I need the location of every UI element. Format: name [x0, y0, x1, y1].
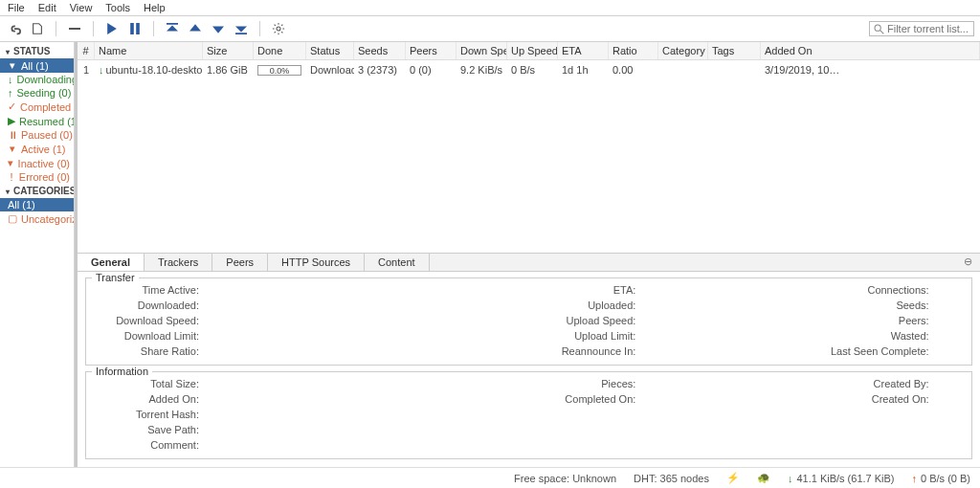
check-icon: ✓ [8, 100, 16, 113]
lbl-added-on: Added On: [94, 393, 199, 405]
resume-button[interactable] [103, 20, 121, 37]
move-bottom-button[interactable] [233, 20, 250, 37]
lbl-save-path: Save Path: [94, 424, 199, 435]
lbl-last-seen: Last Seen Complete: [680, 345, 929, 357]
search-icon [874, 24, 884, 34]
col-down[interactable]: Down Speed [457, 42, 507, 59]
cell-peers: 0 (0) [406, 62, 457, 78]
details-panel: Transfer Time Active: ETA: Connections: … [78, 272, 980, 467]
col-peers[interactable]: Peers [406, 42, 457, 59]
sidebar-item-downloading[interactable]: ↓Downloading (1) [0, 73, 74, 86]
menu-help[interactable]: Help [144, 2, 166, 13]
lbl-ul-speed: Upload Speed: [387, 315, 635, 326]
col-done[interactable]: Done [254, 42, 306, 59]
lbl-wasted: Wasted: [680, 330, 929, 342]
cell-ratio: 0.00 [609, 62, 658, 78]
move-down-button[interactable] [210, 20, 227, 37]
lbl-connections: Connections: [680, 284, 929, 296]
warn-icon: ! [8, 171, 15, 183]
lbl-dl-limit: Download Limit: [94, 330, 199, 342]
sidebar-item-inactive[interactable]: ▾Inactive (0) [0, 156, 74, 170]
lbl-share-ratio: Share Ratio: [94, 345, 199, 357]
menu-view[interactable]: View [70, 2, 93, 13]
col-seeds[interactable]: Seeds [354, 42, 406, 59]
tab-peers[interactable]: Peers [212, 254, 268, 271]
menu-tools[interactable]: Tools [105, 2, 130, 13]
folder-icon: ▢ [8, 212, 17, 225]
separator [259, 21, 260, 36]
firewall-icon[interactable]: ⚡ [726, 472, 740, 484]
col-tags[interactable]: Tags [708, 42, 761, 59]
status-free-space: Free space: Unknown [514, 473, 616, 484]
transfer-legend: Transfer [92, 272, 139, 283]
lbl-completed-on: Completed On: [387, 393, 635, 405]
upload-icon: ↑ [8, 87, 13, 99]
lbl-comment: Comment: [94, 439, 199, 451]
blank-area [78, 79, 980, 253]
filter-icon: ▾ [8, 157, 14, 169]
tab-http-sources[interactable]: HTTP Sources [268, 254, 365, 271]
col-name[interactable]: Name [95, 42, 203, 59]
lbl-uploaded: Uploaded: [387, 299, 635, 311]
table-header-row: # Name Size Done Status Seeds Peers Down… [78, 42, 980, 60]
upload-icon: ↑ [912, 473, 918, 484]
sidebar-item-paused[interactable]: ⏸Paused (0) [0, 128, 74, 142]
sidebar-item-all[interactable]: ▾All (1) [0, 58, 74, 73]
lbl-created-on: Created On: [680, 393, 929, 405]
add-link-button[interactable] [6, 20, 23, 37]
tab-general[interactable]: General [78, 254, 145, 271]
cell-up: 0 B/s [507, 62, 558, 78]
lbl-downloaded: Downloaded: [94, 299, 199, 311]
table-row[interactable]: 1 ↓ubuntu-18.10-desktop-amd64.iso 1.86 G… [78, 60, 980, 79]
sidebar-cat-uncategorized[interactable]: ▢Uncategorized (1) [0, 211, 74, 226]
sidebar-item-seeding[interactable]: ↑Seeding (0) [0, 86, 74, 100]
pause-button[interactable] [126, 20, 144, 37]
tab-trackers[interactable]: Trackers [145, 254, 212, 271]
svg-rect-1 [130, 23, 134, 34]
tab-content[interactable]: Content [365, 254, 430, 271]
speed-limit-icon[interactable]: 🐢 [757, 472, 770, 484]
lbl-created-by: Created By: [680, 378, 929, 389]
add-file-button[interactable] [29, 20, 46, 37]
settings-button[interactable] [270, 20, 287, 37]
sidebar: STATUS ▾All (1) ↓Downloading (1) ↑Seedin… [0, 42, 75, 467]
lbl-dl-speed: Download Speed: [94, 315, 199, 326]
toolbar [0, 16, 980, 42]
sidebar-categories-header[interactable]: CATEGORIES [0, 184, 74, 198]
sidebar-item-resumed[interactable]: ▶Resumed (1) [0, 114, 74, 128]
status-ul-speed[interactable]: ↑0 B/s (0 B) [912, 473, 970, 484]
separator [153, 21, 154, 36]
search-input[interactable] [887, 23, 969, 34]
col-ratio[interactable]: Ratio [609, 42, 658, 59]
menu-bar: File Edit View Tools Help [0, 0, 980, 16]
col-status[interactable]: Status [306, 42, 354, 59]
delete-button[interactable] [66, 20, 83, 37]
detail-tabs: General Trackers Peers HTTP Sources Cont… [78, 253, 980, 272]
menu-edit[interactable]: Edit [38, 2, 56, 13]
cell-added: 3/19/2019, 10… [761, 62, 980, 78]
progress-bar: 0.0% [257, 65, 301, 76]
col-category[interactable]: Category [658, 42, 708, 59]
col-num[interactable]: # [78, 42, 95, 59]
sidebar-item-errored[interactable]: !Errored (0) [0, 170, 74, 184]
col-size[interactable]: Size [203, 42, 254, 59]
status-bar: Free space: Unknown DHT: 365 nodes ⚡ 🐢 ↓… [0, 467, 980, 488]
sidebar-status-header[interactable]: STATUS [0, 44, 74, 58]
col-up[interactable]: Up Speed [507, 42, 558, 59]
cell-size: 1.86 GiB [203, 62, 254, 78]
status-dl-speed[interactable]: ↓41.1 KiB/s (61.7 KiB) [788, 473, 895, 484]
lbl-seeds: Seeds: [680, 299, 929, 311]
cell-done: 0.0% [254, 62, 306, 78]
sidebar-item-completed[interactable]: ✓Completed (0) [0, 100, 74, 114]
col-eta[interactable]: ETA [558, 42, 609, 59]
transfer-fieldset: Transfer Time Active: ETA: Connections: … [85, 277, 972, 366]
lbl-pieces: Pieces: [387, 378, 635, 389]
sidebar-cat-all[interactable]: All (1) [0, 198, 74, 211]
move-up-button[interactable] [187, 20, 204, 37]
move-top-button[interactable] [164, 20, 181, 37]
menu-file[interactable]: File [8, 2, 25, 13]
col-added[interactable]: Added On [761, 42, 980, 59]
collapse-details-button[interactable]: ⊖ [956, 254, 980, 271]
sidebar-item-active[interactable]: ▾Active (1) [0, 142, 74, 156]
search-box[interactable] [869, 21, 974, 36]
